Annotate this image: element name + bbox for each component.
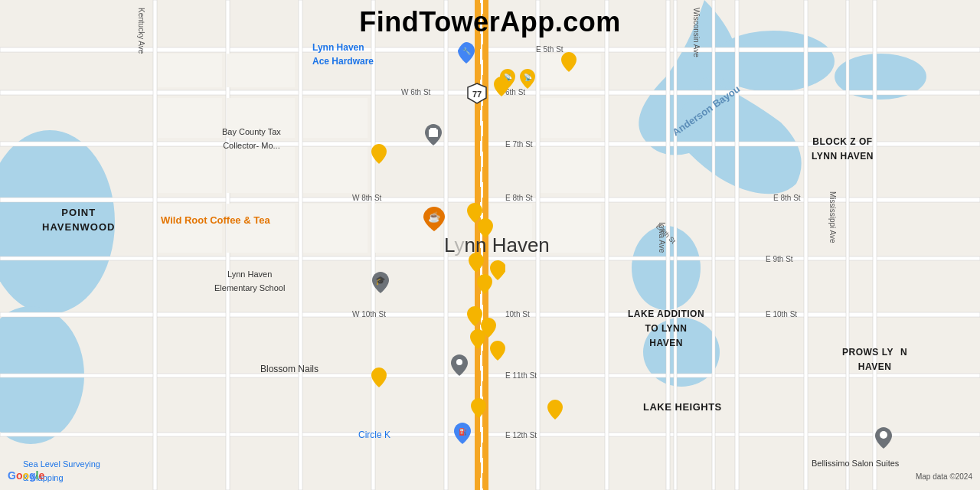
block-z-label: BLOCK Z OFLYNN HAVEN bbox=[812, 134, 874, 163]
tower-pin-8[interactable] bbox=[490, 260, 505, 283]
kentucky-ave-label: Kentucky Ave bbox=[136, 8, 149, 54]
e8th-right-label: E 8th St bbox=[773, 190, 801, 204]
google-logo: Google bbox=[8, 469, 46, 482]
bellissimo-icon bbox=[875, 427, 892, 452]
tax-collector-label: Bay County TaxCollector- Mo... bbox=[222, 124, 281, 152]
svg-rect-29 bbox=[674, 0, 677, 490]
school-icon: 🎓 bbox=[372, 272, 389, 296]
map-container[interactable]: FindTowerApp.com Lynn HavenAce Hardware … bbox=[0, 0, 980, 490]
e11th-label: E 11th St bbox=[505, 368, 537, 381]
svg-rect-38 bbox=[303, 147, 368, 193]
bellissimo-label: Bellissimo Salon Suites bbox=[812, 456, 899, 469]
svg-rect-26 bbox=[804, 0, 808, 490]
circle-k-label: Circle K bbox=[358, 427, 390, 441]
tower-pin-15[interactable] bbox=[547, 400, 563, 423]
map-title: FindTowerApp.com bbox=[359, 6, 620, 38]
svg-text:🎓: 🎓 bbox=[375, 275, 386, 286]
svg-rect-50 bbox=[430, 128, 436, 131]
svg-rect-28 bbox=[712, 0, 715, 490]
tower-pin-16[interactable] bbox=[371, 368, 387, 390]
svg-rect-44 bbox=[541, 204, 601, 253]
e5th-label: E 5th St bbox=[536, 41, 564, 55]
svg-rect-39 bbox=[158, 204, 222, 253]
blossom-pin[interactable] bbox=[451, 354, 468, 379]
svg-rect-45 bbox=[541, 147, 601, 193]
svg-rect-37 bbox=[227, 147, 295, 193]
mississippi-ave-label: Mississippi Ave bbox=[827, 191, 841, 243]
e10th-label: 10th St bbox=[505, 306, 530, 320]
svg-rect-23 bbox=[605, 0, 609, 490]
tower-pin-17[interactable] bbox=[371, 144, 387, 167]
svg-rect-25 bbox=[735, 0, 739, 490]
svg-rect-36 bbox=[158, 147, 222, 193]
tax-collector-icon bbox=[425, 124, 442, 149]
e10th-right-label: E 10th St bbox=[766, 306, 797, 320]
svg-rect-32 bbox=[227, 54, 295, 87]
w6th-label: W 6th St bbox=[401, 84, 430, 98]
e9th-right-label: E 9th St bbox=[766, 251, 793, 265]
coffee-pin[interactable]: ☕ bbox=[423, 207, 445, 234]
tower-pin-7[interactable] bbox=[469, 253, 484, 276]
svg-rect-12 bbox=[0, 312, 980, 317]
tower-pin-10[interactable] bbox=[467, 306, 482, 329]
wild-root-label: Wild Root Coffee & Tea bbox=[161, 213, 270, 227]
svg-rect-27 bbox=[873, 0, 877, 490]
circle-k-pin[interactable]: ⛽ bbox=[454, 423, 471, 447]
tower-pin-4[interactable] bbox=[494, 77, 509, 100]
tower-pin-9[interactable] bbox=[477, 274, 492, 297]
ace-hardware-pin[interactable]: 🔧 bbox=[458, 42, 475, 67]
svg-rect-33 bbox=[158, 98, 222, 138]
svg-rect-15 bbox=[153, 0, 157, 490]
route-77-shield: 77 bbox=[466, 83, 488, 107]
svg-rect-14 bbox=[0, 433, 980, 436]
svg-rect-31 bbox=[158, 54, 222, 87]
blossom-nails-label: Blossom Nails bbox=[260, 361, 318, 375]
map-attribution: Map data ©2024 bbox=[916, 469, 972, 482]
svg-point-57 bbox=[456, 359, 462, 365]
w10th-label: W 10th St bbox=[352, 306, 386, 320]
svg-rect-40 bbox=[227, 204, 295, 253]
prows-label: PROWS LYNNHAVEN bbox=[842, 345, 907, 374]
e12th-label: E 12th St bbox=[505, 427, 537, 441]
tower-pin-3[interactable] bbox=[561, 52, 577, 75]
w8th-label: W 8th St bbox=[352, 190, 381, 204]
svg-text:Google: Google bbox=[8, 469, 44, 482]
svg-text:⛽: ⛽ bbox=[459, 427, 468, 436]
svg-text:☕: ☕ bbox=[428, 211, 441, 224]
wisconsin-ave-label: Wisconsin Ave bbox=[691, 8, 704, 57]
tower-pin-14[interactable] bbox=[471, 398, 486, 421]
tower-pin-2[interactable]: 📡 bbox=[520, 69, 535, 92]
point-havenwood-label: POINTHAVENWOOD bbox=[42, 205, 115, 234]
svg-rect-35 bbox=[303, 98, 368, 138]
tower-pin-12[interactable] bbox=[470, 329, 485, 352]
lake-addition-label: LAKE ADDITIONTO LYNNHAVEN bbox=[628, 306, 704, 350]
elementary-school-label: Lynn HavenElementary School bbox=[214, 266, 285, 295]
svg-point-2 bbox=[712, 31, 835, 92]
svg-text:77: 77 bbox=[472, 90, 482, 99]
tower-pin-6[interactable] bbox=[478, 218, 493, 241]
ace-hardware-label: Lynn HavenAce Hardware bbox=[312, 40, 374, 67]
svg-point-54 bbox=[880, 431, 887, 439]
svg-rect-8 bbox=[0, 90, 980, 95]
svg-rect-30 bbox=[846, 0, 849, 490]
svg-rect-18 bbox=[371, 0, 375, 490]
svg-text:🔧: 🔧 bbox=[462, 47, 472, 56]
e7th-label: E 7th St bbox=[505, 136, 533, 150]
lynn-haven-main-label: Lynn Haven bbox=[444, 234, 550, 257]
svg-rect-41 bbox=[303, 204, 368, 253]
e8th-label: E 8th St bbox=[505, 190, 533, 204]
lake-heights-label: LAKE HEIGHTS bbox=[643, 400, 722, 413]
tower-pin-13[interactable] bbox=[490, 341, 505, 364]
svg-rect-13 bbox=[0, 374, 980, 377]
svg-text:📡: 📡 bbox=[524, 73, 533, 82]
svg-rect-17 bbox=[299, 0, 302, 490]
svg-rect-46 bbox=[541, 98, 601, 138]
